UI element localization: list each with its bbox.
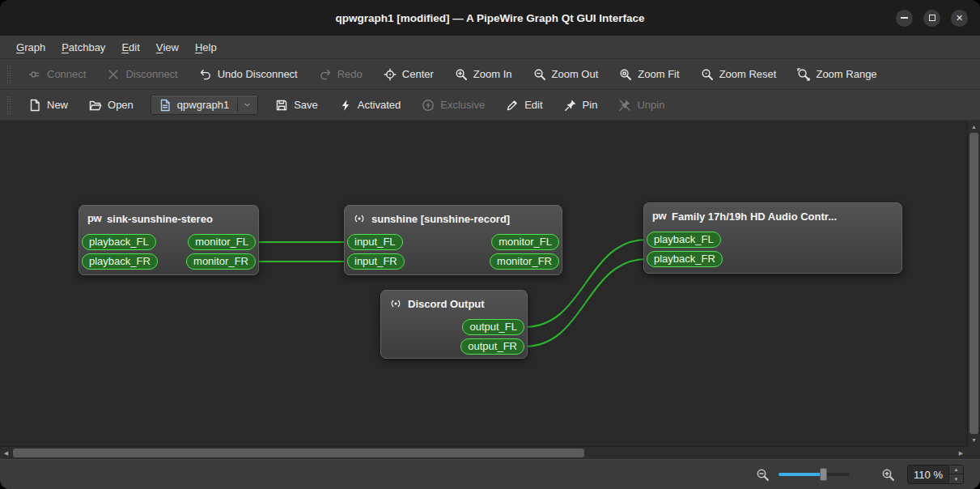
pipewire-icon: pw <box>652 210 666 223</box>
statusbar: 110 % ▲ ▼ <box>0 459 980 489</box>
node-discord-output[interactable]: Discord Outputoutput_FLoutput_FR <box>380 290 528 359</box>
scroll-right-arrow-icon[interactable]: ▶ <box>955 447 967 459</box>
toolbar-graph-handle[interactable] <box>6 66 11 83</box>
vertical-scrollbar[interactable]: ▲ ▼ <box>967 121 980 446</box>
scroll-up-arrow-icon[interactable]: ▲ <box>968 121 980 133</box>
port-output_FL[interactable]: output_FL <box>462 319 524 335</box>
spin-up-icon[interactable]: ▲ <box>949 466 963 474</box>
scroll-left-arrow-icon[interactable]: ◀ <box>0 447 12 459</box>
toolbar-patchbay-button-save[interactable]: Save <box>268 94 325 117</box>
toolbar-patchbay-button-exclusive: Exclusive <box>414 94 492 117</box>
port-playback_FL[interactable]: playback_FL <box>82 234 156 250</box>
toolbar-graph-button-zoom-reset[interactable]: Zoom Reset <box>694 63 784 86</box>
patchbay-select[interactable]: qpwgraph1 <box>151 95 258 115</box>
toolbar-patchbay-button-pin[interactable]: Pin <box>557 94 605 117</box>
toolbar-graph-button-center[interactable]: Center <box>376 63 441 86</box>
window-title: qpwgraph1 [modified] — A PipeWire Graph … <box>335 12 644 24</box>
node-sunshine[interactable]: sunshine [sunshine-record]input_FLmonito… <box>344 205 562 275</box>
node-title: Family 17h/19h HD Audio Contr... <box>672 210 837 223</box>
toolbar-patchbay-button-edit[interactable]: Edit <box>498 94 549 117</box>
zoom-spinbox[interactable]: 110 % ▲ ▼ <box>907 465 964 484</box>
chevron-down-icon <box>237 98 254 112</box>
node-title: Discord Output <box>408 298 485 310</box>
node-title: sink-sunshine-stereo <box>107 213 213 225</box>
scrollbar-corner <box>967 446 980 459</box>
port-monitor_FR[interactable]: monitor_FR <box>490 253 559 270</box>
zoom-out-icon <box>533 68 546 81</box>
zoom-out-icon[interactable] <box>756 468 770 482</box>
button-label: Open <box>108 99 134 111</box>
zoom-range-icon <box>797 68 810 81</box>
horizontal-scrollbar[interactable]: ◀ ▶ <box>0 446 967 459</box>
port-monitor_FL[interactable]: monitor_FL <box>188 234 256 250</box>
button-label: Unpin <box>637 99 664 111</box>
port-monitor_FR[interactable]: monitor_FR <box>186 253 256 270</box>
redo-icon <box>319 68 332 81</box>
toolbar-graph-button-zoom-in[interactable]: Zoom In <box>448 63 520 86</box>
button-label: Center <box>402 68 434 80</box>
graph-canvas[interactable]: pwsink-sunshine-stereoplayback_FLmonitor… <box>0 121 980 459</box>
toolbar-patchbay-handle[interactable] <box>6 96 11 114</box>
spin-down-icon[interactable]: ▼ <box>949 474 963 483</box>
button-label: Edit <box>524 99 542 111</box>
node-ports: playback_FLplayback_FR <box>644 227 902 267</box>
port-playback_FR[interactable]: playback_FR <box>82 253 158 270</box>
minimize-button[interactable] <box>896 10 913 27</box>
button-label: Save <box>294 99 318 111</box>
menu-view[interactable]: View <box>148 36 187 58</box>
menu-edit[interactable]: Edit <box>113 36 147 58</box>
node-ports: input_FLmonitor_FLinput_FRmonitor_FR <box>345 230 562 270</box>
button-label: Zoom Out <box>552 68 599 80</box>
node-sink-sunshine-stereo[interactable]: pwsink-sunshine-stereoplayback_FLmonitor… <box>78 205 259 275</box>
connect-icon <box>28 68 41 81</box>
titlebar: qpwgraph1 [modified] — A PipeWire Graph … <box>0 0 980 36</box>
toolbar-graph: ConnectDisconnectUndo DisconnectRedoCent… <box>0 59 980 90</box>
menu-help[interactable]: Help <box>187 36 225 58</box>
zoom-fit-icon <box>619 68 632 81</box>
menu-graph[interactable]: Graph <box>8 36 53 58</box>
toolbar-patchbay-button-activated[interactable]: Activated <box>332 94 408 117</box>
app-window: qpwgraph1 [modified] — A PipeWire Graph … <box>0 0 980 489</box>
toolbar-graph-button-zoom-fit[interactable]: Zoom Fit <box>612 63 686 86</box>
button-label: Connect <box>47 68 86 80</box>
node-header: pwFamily 17h/19h HD Audio Contr... <box>644 203 902 227</box>
patchbay-file-icon <box>159 99 172 112</box>
horizontal-scrollbar-thumb[interactable] <box>13 449 584 457</box>
port-input_FR[interactable]: input_FR <box>347 253 405 270</box>
toolbar-graph-button-disconnect: Disconnect <box>100 63 185 86</box>
toolbar-patchbay-button-new[interactable]: New <box>21 94 75 117</box>
toolbar-patchbay-button-open[interactable]: Open <box>82 94 141 117</box>
port-output_FR[interactable]: output_FR <box>460 338 524 355</box>
maximize-icon <box>929 15 935 21</box>
pin-icon <box>564 99 577 112</box>
port-monitor_FL[interactable]: monitor_FL <box>491 234 559 250</box>
zoom-slider[interactable] <box>778 466 850 483</box>
toolbar-patchbay-button-unpin: Unpin <box>611 94 672 117</box>
zoom-in-icon[interactable] <box>881 468 895 482</box>
toolbar-graph-button-zoom-out[interactable]: Zoom Out <box>526 63 606 86</box>
lightning-icon <box>339 99 352 112</box>
port-playback_FR[interactable]: playback_FR <box>647 251 723 267</box>
new-file-icon <box>28 99 41 112</box>
port-input_FL[interactable]: input_FL <box>347 234 403 250</box>
zoom-slider-fill <box>778 473 823 476</box>
node-header: sunshine [sunshine-record] <box>345 206 562 230</box>
center-icon <box>384 68 397 81</box>
zoom-slider-handle[interactable] <box>820 468 827 481</box>
zoom-value[interactable]: 110 % <box>908 469 948 481</box>
node-title: sunshine [sunshine-record] <box>371 213 510 225</box>
button-label: Activated <box>358 99 401 111</box>
scroll-down-arrow-icon[interactable]: ▼ <box>968 434 980 446</box>
button-label: Exclusive <box>440 99 485 111</box>
toolbar-graph-button-zoom-range[interactable]: Zoom Range <box>790 63 884 86</box>
button-label: Disconnect <box>125 68 177 80</box>
menu-patchbay[interactable]: Patchbay <box>53 36 113 58</box>
node-family-audio[interactable]: pwFamily 17h/19h HD Audio Contr...playba… <box>643 202 902 274</box>
button-label: New <box>47 99 68 111</box>
port-playback_FL[interactable]: playback_FL <box>647 232 721 248</box>
vertical-scrollbar-thumb[interactable] <box>969 133 978 434</box>
close-button[interactable]: ✕ <box>951 10 968 27</box>
maximize-button[interactable] <box>923 10 940 27</box>
toolbar-graph-button-undo-disconnect[interactable]: Undo Disconnect <box>192 63 305 86</box>
node-ports: output_FLoutput_FR <box>381 315 527 355</box>
